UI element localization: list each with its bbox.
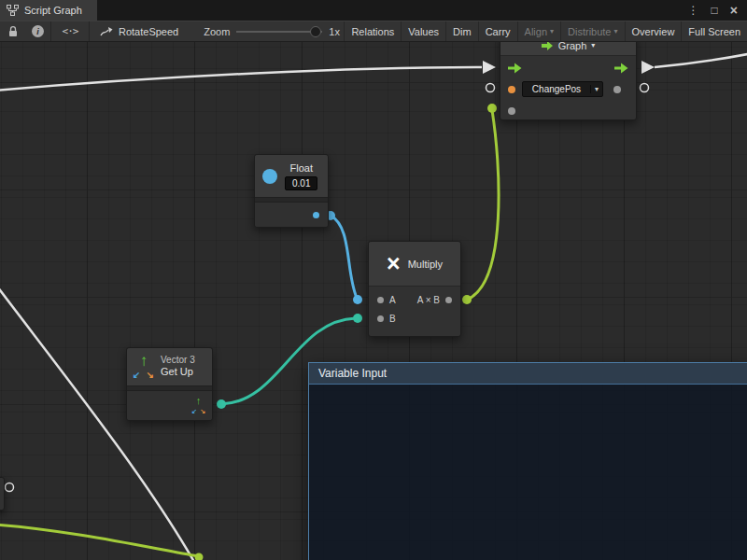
port-setvariable-output-ring[interactable] [641, 84, 649, 92]
graph-canvas[interactable]: Graph ▾ ChangePos ▾ [0, 42, 747, 560]
wire-float-to-multiply-a[interactable] [331, 216, 357, 298]
info-button[interactable]: i [25, 21, 50, 41]
wire-flow-incoming[interactable] [0, 67, 482, 91]
port-getup-output[interactable] [217, 399, 226, 409]
flow-arrowhead-in [483, 61, 496, 74]
set-variable-node[interactable]: Graph ▾ ChangePos ▾ [500, 42, 637, 120]
vector3-getup-icon: ↑ ↙ ↘ [134, 356, 154, 378]
port-setvariable-name-left-ring[interactable] [486, 84, 495, 92]
code-view-button[interactable]: <·> [51, 21, 89, 41]
overview-button[interactable]: Overview [625, 21, 682, 41]
float-node-title: Float [290, 162, 313, 174]
multiply-output-label: A × B [417, 295, 440, 305]
align-dropdown-button[interactable]: Align▾ [517, 21, 560, 41]
tab-bar: Script Graph ⋮ □ × [0, 0, 747, 21]
code-icon: <·> [63, 25, 78, 37]
multiply-icon: × [387, 252, 401, 275]
port-multiply-b-edge[interactable] [353, 314, 362, 323]
wire-multiply-to-setvariable[interactable] [467, 110, 499, 300]
float-literal-node[interactable]: Float 0.01 [254, 154, 329, 228]
port-setvariable-value-edge[interactable] [487, 104, 497, 113]
carry-button[interactable]: Carry [478, 21, 517, 41]
variable-name-row: ChangePos ▾ [500, 79, 636, 99]
script-graph-icon [7, 5, 19, 16]
graph-asset-icon [100, 26, 113, 37]
multiply-input-a-port[interactable] [377, 297, 384, 303]
multiply-row-a: A A × B [369, 290, 460, 309]
float-type-icon [262, 169, 277, 184]
multiply-node[interactable]: × Multiply A A × B B [368, 241, 461, 337]
float-node-header: Float 0.01 [255, 155, 328, 197]
multiply-row-b: B [369, 309, 460, 328]
wire-flow-outgoing[interactable] [655, 53, 747, 67]
variable-output-port[interactable] [613, 86, 621, 93]
flow-arrowhead-out [641, 61, 655, 74]
variable-input-panel[interactable]: Variable Input [308, 362, 747, 560]
value-input-row [500, 99, 636, 123]
flow-output-icon[interactable] [614, 63, 628, 74]
multiply-output-port[interactable] [445, 297, 452, 303]
float-output-port[interactable] [313, 212, 319, 218]
chevron-down-icon: ▾ [590, 85, 602, 93]
graph-breadcrumb[interactable]: RotateSpeed [90, 21, 189, 41]
value-input-port[interactable] [508, 107, 515, 115]
vector3-getup-node[interactable]: ↑ ↙ ↘ Vector 3 Get Up ↑ ↙ ↘ [126, 347, 213, 421]
flow-port-row [500, 56, 636, 79]
zoom-slider-handle[interactable] [310, 26, 321, 37]
port-multiply-output-edge[interactable] [462, 295, 472, 304]
port-partial-node-ring[interactable] [6, 483, 14, 492]
graph-toolbar: i <·> RotateSpeed Zoom 1x Relations Valu… [0, 21, 747, 42]
wire-bottom-left[interactable] [0, 525, 198, 556]
tab-script-graph[interactable]: Script Graph [0, 0, 97, 21]
distribute-dropdown-button[interactable]: Distribute▾ [560, 21, 624, 41]
multiply-input-b-port[interactable] [377, 315, 384, 322]
variable-scope-label: Graph [558, 42, 587, 51]
multiply-node-title: Multiply [408, 259, 443, 270]
dim-button[interactable]: Dim [445, 21, 478, 41]
partial-node-left-edge[interactable] [0, 477, 5, 511]
port-bottom-wire-end[interactable] [195, 553, 204, 560]
window-controls: ⋮ □ × [688, 0, 747, 21]
set-variable-node-header[interactable]: Graph ▾ [500, 42, 636, 56]
vector3-node-header: ↑ ↙ ↘ Vector 3 Get Up [127, 348, 212, 385]
values-button[interactable]: Values [401, 21, 445, 41]
window-close-icon[interactable]: × [730, 4, 738, 17]
zoom-control: Zoom 1x [204, 25, 340, 38]
chevron-down-icon: ▾ [591, 42, 595, 49]
variable-name-dropdown[interactable]: ChangePos ▾ [522, 81, 603, 97]
tab-title: Script Graph [24, 5, 82, 16]
multiply-input-a-label: A [389, 295, 396, 305]
chevron-down-icon: ▾ [550, 27, 554, 35]
lock-button[interactable] [0, 21, 25, 41]
vector3-type-label: Vector 3 [161, 355, 195, 367]
multiply-input-b-label: B [389, 314, 396, 324]
graph-name: RotateSpeed [119, 26, 178, 37]
lock-icon [7, 25, 19, 37]
variable-name-value: ChangePos [523, 84, 590, 94]
variable-input-panel-title: Variable Input [318, 367, 387, 380]
zoom-label: Zoom [204, 26, 230, 37]
multiply-node-header: × Multiply [369, 242, 460, 287]
vector3-node-ports: ↑ ↙ ↘ [127, 391, 212, 420]
relations-button[interactable]: Relations [344, 21, 401, 41]
multiply-node-ports: A A × B B [369, 287, 460, 336]
string-input-port[interactable] [508, 86, 515, 93]
port-multiply-a-edge[interactable] [353, 295, 362, 304]
chevron-down-icon: ▾ [614, 27, 618, 35]
vector3-output-port-icon[interactable]: ↑ ↙ ↘ [191, 399, 205, 413]
vector3-operation-label: Get Up [161, 366, 195, 379]
wire-flow-diagonal[interactable] [0, 283, 194, 560]
info-icon: i [32, 25, 44, 37]
variable-scope-icon [542, 42, 554, 50]
zoom-value: 1x [329, 26, 340, 37]
window-menu-icon[interactable]: ⋮ [688, 5, 699, 16]
window-maximize-icon[interactable]: □ [712, 5, 718, 16]
unity-visual-scripting-window: Script Graph ⋮ □ × i <·> Rotat [0, 0, 747, 560]
full-screen-button[interactable]: Full Screen [681, 21, 747, 41]
variable-input-panel-header[interactable]: Variable Input [309, 363, 747, 385]
flow-input-icon[interactable] [508, 63, 522, 74]
zoom-slider[interactable] [236, 25, 322, 38]
float-node-ports [255, 203, 328, 227]
float-value-field[interactable]: 0.01 [285, 176, 317, 190]
